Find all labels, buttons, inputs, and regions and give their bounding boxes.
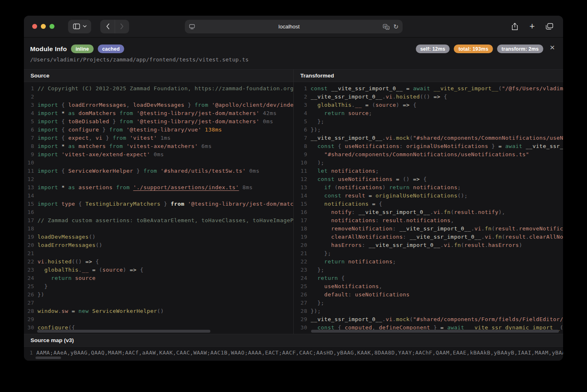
reload-button[interactable]: ↻: [393, 23, 398, 30]
code-token: __vite_ssr_import_0__: [410, 234, 481, 240]
code-token: 42ms: [259, 110, 276, 116]
transformed-code[interactable]: 1const __vite_ssr_import_0__ = await __v…: [294, 82, 563, 334]
forward-button[interactable]: [115, 20, 129, 33]
sidebar-icon: [73, 23, 80, 29]
zoom-window-button[interactable]: [50, 24, 54, 29]
code-line: 5 };: [294, 117, 563, 126]
code-token: new: [78, 308, 89, 314]
code-line: 17// Zammad custom assertions: toBeAvata…: [24, 216, 293, 225]
code-line: 10 );: [294, 159, 563, 167]
code-token: =>: [85, 258, 96, 265]
code-token: import: [38, 143, 58, 149]
close-button[interactable]: ×: [547, 42, 558, 53]
line-number: 20: [24, 241, 34, 249]
code-token: .: [474, 209, 478, 215]
code-token: ): [519, 242, 522, 248]
code-token: removeNotification: [519, 225, 563, 232]
plus-icon: +: [530, 22, 535, 31]
code-token: .: [481, 225, 485, 232]
line-number: 26: [24, 291, 34, 299]
code-token: import: [38, 102, 58, 108]
code-token: return: [311, 258, 345, 265]
code-token: 0ms: [246, 168, 259, 174]
cached-badge: cached: [98, 45, 125, 53]
line-number: 14: [24, 192, 34, 200]
code-line: 10: [24, 159, 293, 167]
code-token: {: [58, 118, 68, 124]
browser-titlebar: localhost A a ↻ +: [24, 16, 563, 37]
code-token: from: [113, 184, 130, 190]
source-panel: Source 1// Copyright (C) 2012-2025 Zamma…: [24, 69, 293, 334]
code-token: as: [68, 143, 75, 149]
sourcemap-code[interactable]: 1AAMA;AAeA,yBAAG,QAAQ,MAAM;AACf,aAAW,KAA…: [24, 347, 563, 361]
code-token: fn: [495, 234, 502, 240]
code-token: {: [58, 135, 68, 141]
source-panel-title: Source: [24, 70, 293, 82]
source-code[interactable]: 1// Copyright (C) 2012-2025 Zammad Found…: [24, 82, 293, 334]
code-line: 2: [24, 93, 293, 101]
code-token: '@testing-library/vue': [123, 127, 201, 133]
code-token: return: [311, 110, 345, 116]
code-line: 23 };: [294, 266, 563, 274]
code-token: .: [450, 242, 454, 248]
code-token: const: [311, 192, 342, 199]
code-token: 'vitest': [126, 135, 157, 141]
code-token: __vite_ssr_import_0__: [358, 209, 430, 215]
code-token: {: [379, 201, 382, 207]
code-token: =: [365, 192, 375, 199]
line-number: 30: [294, 324, 307, 332]
line-number: 27: [294, 299, 307, 307]
code-token: );: [311, 160, 324, 166]
code-token: .: [481, 234, 485, 240]
sourcemap-horizontal-scrollbar[interactable]: [35, 357, 61, 359]
line-number: 12: [294, 175, 307, 183]
code-line: 6});: [294, 126, 563, 134]
code-token: [130, 184, 133, 190]
code-token: ;: [375, 168, 379, 174]
code-token: {: [140, 267, 143, 273]
translate-icon[interactable]: A a: [383, 24, 390, 30]
code-line: 12: [24, 175, 293, 183]
code-token: as: [68, 184, 75, 190]
line-number: 7: [294, 134, 307, 142]
close-window-button[interactable]: [32, 24, 37, 29]
new-tab-button[interactable]: +: [526, 20, 538, 33]
self-timing-badge: self: 12ms: [416, 45, 450, 53]
line-number: 28: [294, 307, 307, 315]
transformed-horizontal-scrollbar[interactable]: [311, 330, 559, 333]
code-token: '@testing-library/jest-dom/matchers': [133, 110, 259, 116]
code-token: (): [157, 308, 164, 314]
minimize-window-button[interactable]: [41, 24, 46, 29]
line-number: 10: [294, 159, 307, 167]
line-number: 13: [294, 183, 307, 192]
share-button[interactable]: [509, 20, 521, 33]
code-token: *: [58, 143, 68, 149]
code-token: '#shared/utils/testSw.ts': [157, 168, 246, 174]
chevron-right-icon: [120, 23, 124, 29]
line-number: 23: [24, 266, 34, 274]
module-link[interactable]: './support/assertions/index.ts': [133, 184, 239, 190]
line-number: 1: [24, 349, 33, 357]
code-token: .: [393, 316, 396, 322]
code-token: 0ms: [259, 118, 273, 124]
sidebar-toggle-button[interactable]: [68, 20, 91, 33]
code-line: 26 default: useNotifications: [294, 291, 563, 299]
code-token: if: [311, 184, 331, 190]
code-token: 8ms: [239, 184, 252, 190]
code-token: originalUseNotifications: [375, 192, 457, 199]
code-token: }: [184, 102, 195, 108]
sourcemap-section: Source map (v3) 1AAMA;AAeA,yBAAG,QAAQ,MA…: [24, 334, 563, 361]
code-token: globalThis: [38, 267, 78, 273]
address-bar[interactable]: localhost A a ↻: [185, 20, 403, 33]
back-button[interactable]: [101, 20, 115, 33]
code-line: 18 removeNotification: __vite_ssr_import…: [294, 225, 563, 233]
code-token: notify: [478, 209, 499, 215]
tab-overview-button[interactable]: [543, 20, 556, 33]
code-token: :: [362, 242, 369, 248]
code-token: vi: [386, 135, 393, 141]
code-token: vi: [485, 234, 492, 240]
source-horizontal-scrollbar[interactable]: [37, 330, 210, 333]
code-token: {: [413, 102, 416, 108]
code-token: default: [311, 291, 348, 298]
code-line: 15import type { TestingLibraryMatchers }…: [24, 200, 293, 208]
